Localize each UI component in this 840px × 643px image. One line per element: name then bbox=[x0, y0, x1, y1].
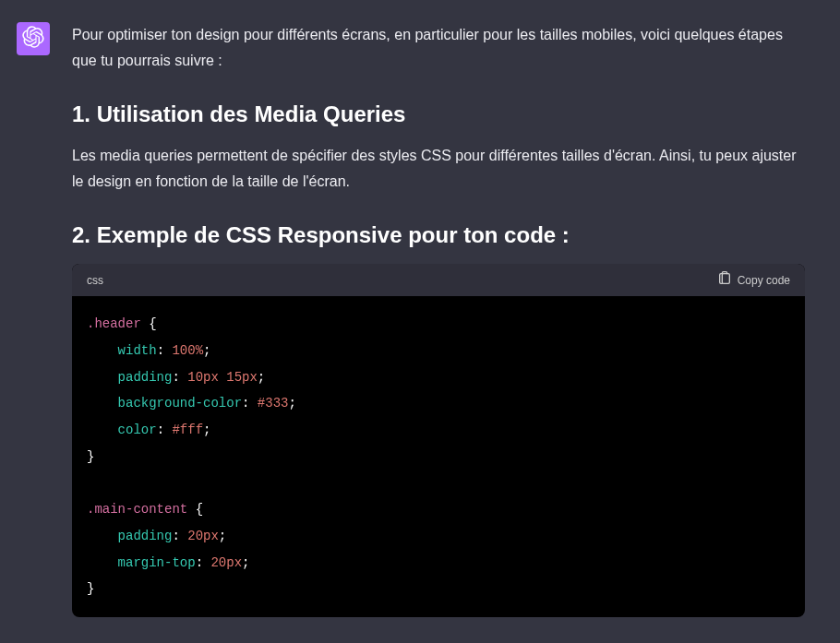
openai-logo-icon bbox=[22, 26, 44, 52]
copy-code-label: Copy code bbox=[738, 274, 790, 287]
assistant-avatar bbox=[17, 22, 50, 55]
copy-code-button[interactable]: Copy code bbox=[717, 271, 790, 289]
section-heading-1: 1. Utilisation des Media Queries bbox=[72, 100, 805, 128]
code-content[interactable]: .header { width: 100%; padding: 10px 15p… bbox=[72, 296, 805, 617]
section-heading-2: 2. Exemple de CSS Responsive pour ton co… bbox=[72, 220, 805, 249]
message-content: Pour optimiser ton design pour différent… bbox=[72, 22, 823, 617]
svg-rect-0 bbox=[722, 274, 729, 284]
code-header: css Copy code bbox=[72, 264, 805, 296]
section-body-1: Les media queries permettent de spécifie… bbox=[72, 143, 805, 195]
assistant-message: Pour optimiser ton design pour différent… bbox=[0, 0, 840, 617]
code-block: css Copy code .header { width: 100%; pad… bbox=[72, 264, 805, 617]
intro-paragraph: Pour optimiser ton design pour différent… bbox=[72, 22, 805, 74]
clipboard-icon bbox=[717, 271, 732, 289]
code-language-label: css bbox=[87, 274, 103, 287]
